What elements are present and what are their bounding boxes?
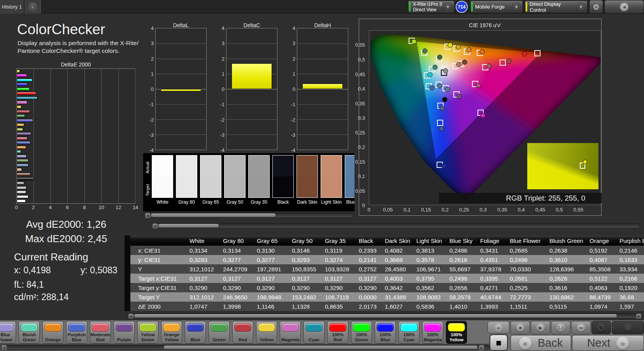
table-value-cell: 0,3290 (291, 285, 324, 291)
patch-button-orange[interactable]: Orange (42, 321, 63, 344)
patch-scrollbar[interactable]: ◀ ▶ (1, 345, 490, 350)
deltae-bar-row (17, 96, 135, 100)
display-control-dropdown[interactable]: Direct Display Control ▼ (525, 0, 588, 13)
deltae-xtick-label: 8 (83, 204, 86, 210)
chevron-down-icon: ▼ (512, 2, 521, 12)
scrollbar-thumb[interactable] (134, 314, 617, 318)
left-arrow-icon[interactable]: ◀ (128, 314, 133, 319)
delta-gridline (297, 119, 348, 120)
scrollbar-thumb[interactable] (164, 346, 477, 349)
tab-history[interactable]: History 1 (0, 0, 24, 14)
deltal-plot (155, 28, 207, 150)
patch-label: Yellow (260, 337, 274, 344)
cie-measured-dot (506, 59, 511, 64)
table-value-cell: 0,3562 (416, 285, 449, 291)
swatch-dark-skin: Dark Skin (297, 155, 318, 205)
next-chevrons-icon: » (616, 337, 629, 349)
add-tab-button[interactable]: + (25, 0, 41, 14)
table-header-cell: Black (358, 237, 384, 244)
patch-button-blue-flower[interactable]: Blue Flower (0, 321, 16, 344)
scrollbar-thumb[interactable] (151, 213, 275, 217)
table-value-cell: 0,2681 (509, 275, 549, 282)
table-value-cell: 0,1920 (619, 285, 644, 291)
delta-gridline (297, 89, 348, 89)
table-value-cell: 0,2656 (449, 285, 479, 291)
deltae-bar (17, 164, 28, 167)
patch-button-yellow[interactable]: Yellow (256, 321, 277, 344)
deltae-gridline (135, 69, 135, 203)
deltal-ticks: 43210-1-2-3-4 (144, 28, 154, 150)
table-value-cell: 0,3127 (256, 275, 291, 282)
table-value-cell: 0,5122 (589, 275, 619, 282)
back-button[interactable]: « Back (511, 335, 571, 351)
right-arrow-icon[interactable]: ▶ (636, 314, 641, 319)
scrollbar-thumb[interactable] (158, 224, 219, 227)
table-value-cell: 312,1012 (189, 294, 222, 300)
color-chip (353, 323, 370, 332)
deltae-bar (17, 92, 36, 95)
patch-button-100-red[interactable]: 100% Red (327, 321, 348, 344)
delta-gridline (226, 119, 277, 120)
cie-xtick-label: 0,3 (480, 207, 487, 213)
patch-button-bluish-green[interactable]: Bluish Green (19, 321, 40, 344)
patch-button-orange-yellow[interactable]: Orange Yellow (161, 321, 182, 344)
range-button[interactable]: [‥] (551, 321, 570, 334)
patch-button-purplish-blue[interactable]: Purplish Blue (66, 321, 87, 344)
swatch-label: Gray 50 (224, 199, 246, 205)
patch-button-100-cyan[interactable]: 100% Cyan (398, 321, 419, 344)
table-value-cell: 0,2525 (509, 285, 549, 291)
left-arrow-icon[interactable]: ◀ (145, 213, 150, 218)
delta-ytick-label: -1 (149, 101, 154, 107)
swatch-target (225, 176, 245, 197)
patch-button-yellow-green[interactable]: Yellow Green (137, 321, 158, 344)
table-value-cell: 1,1511 (509, 303, 549, 310)
back-label: Back (538, 337, 563, 349)
cie-xtick-label: 0,45 (535, 207, 545, 213)
left-arrow-icon[interactable]: ◀ (2, 345, 7, 350)
table-value-cell: 0,3127 (291, 275, 324, 282)
patch-button-red[interactable]: Red (232, 321, 253, 344)
table-scrollbar-top[interactable]: ◀ (152, 223, 640, 228)
settings-gear-button[interactable]: ⚙ (589, 0, 603, 14)
actual-label: Actual (145, 157, 151, 178)
stop-button[interactable]: ■ (511, 321, 530, 334)
pattern-source-dropdown[interactable]: Mobile Forge ▼ (470, 0, 523, 13)
patch-button-purple[interactable]: Purple (114, 321, 135, 344)
patch-button-moderate-red[interactable]: Moderate Red (90, 321, 111, 344)
table-value-cell: 0,3283 (189, 257, 222, 263)
patch-button-green[interactable]: Green (209, 321, 230, 344)
measurement-count-badge[interactable]: 714 (456, 1, 468, 13)
table-scrollbar-bottom[interactable]: ◀ ▶ (128, 313, 642, 318)
table-value-cell: 58,3579 (449, 294, 479, 300)
deltae-bar (17, 132, 31, 135)
play-button[interactable]: ▶ (531, 321, 550, 334)
patch-label: Green (212, 337, 225, 344)
patch-label: Purple (117, 337, 131, 344)
scroll-up-button[interactable]: ▲ (488, 321, 509, 334)
cie-measured-dot (456, 44, 461, 49)
left-arrow-icon[interactable]: ◀ (153, 224, 158, 229)
collapse-panel-button[interactable]: ◀ (604, 0, 644, 14)
patch-button-magenta[interactable]: Magenta (280, 321, 301, 344)
cie-xtick-label: 0,05 (383, 207, 393, 213)
swatch-box (152, 155, 173, 198)
cie-xtick-label: 0,2 (442, 207, 449, 213)
next-button[interactable]: Next » (572, 335, 644, 351)
right-arrow-icon[interactable]: ▶ (479, 345, 484, 350)
loop-button[interactable]: ∞ (571, 321, 591, 334)
patch-button-cyan[interactable]: Cyan (304, 321, 325, 344)
refresh-button[interactable]: ↻ (591, 321, 611, 334)
patch-label: 100% Green (351, 332, 372, 343)
extra-transport-button[interactable] (612, 321, 644, 334)
delta-ytick-label: 0 (222, 86, 225, 92)
swatch-scrollbar[interactable]: ◀ (144, 213, 353, 218)
swatch-box (297, 155, 318, 198)
current-x-value: x: 0,4198 (14, 265, 51, 276)
patch-button-100-magenta[interactable]: 100% Magenta (422, 321, 443, 344)
meter-dropdown[interactable]: X-Rite i1Pro 3 Direct View ▼ (408, 0, 454, 13)
patch-button-100-green[interactable]: 100% Green (351, 321, 372, 344)
patch-button-blue[interactable]: Blue (185, 321, 206, 344)
patch-button-100-blue[interactable]: 100% Blue (375, 321, 396, 344)
pattern-window-button[interactable]: ■ (490, 334, 508, 351)
patch-button-100-yellow[interactable]: 100% Yellow (446, 321, 467, 344)
